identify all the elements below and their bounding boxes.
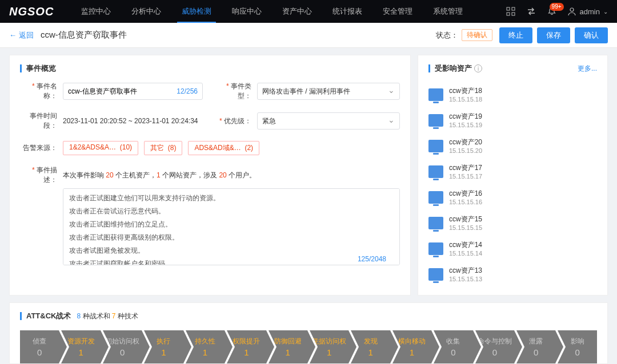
period-label: 事件时间段：	[20, 111, 57, 131]
nav-item-1[interactable]: 分析中心	[121, 0, 171, 23]
nav-item-4[interactable]: 资产中心	[272, 0, 322, 23]
source-tags: 1&2&ADS&A… (10)其它 (8)ADS&AD域&… (2)	[63, 141, 259, 155]
source-tag[interactable]: 1&2&ADS&A… (10)	[63, 141, 138, 155]
back-button[interactable]: ← 返回	[9, 30, 34, 41]
attck-step[interactable]: 影响0	[558, 330, 596, 363]
nav-right: 99+ admin ⌄	[506, 6, 608, 17]
attck-step[interactable]: 收集0	[434, 330, 472, 363]
desc-textarea[interactable]: 攻击者正试图建立他们可以用来支持行动的资源。攻击者正在尝试运行恶意代码。攻击者正…	[63, 188, 400, 265]
asset-ip: 15.15.15.17	[449, 173, 482, 180]
type-select[interactable]: 网络攻击事件 / 漏洞利用事件	[257, 83, 400, 100]
save-button[interactable]: 保存	[537, 27, 570, 43]
attck-step[interactable]: 发现1	[351, 330, 390, 363]
asset-ip: 15.15.15.14	[449, 250, 482, 257]
attck-subtitle: 8 种战术和 7 种技术	[77, 312, 138, 321]
asset-name: ccw资产18	[449, 86, 482, 96]
more-link[interactable]: 更多...	[578, 64, 597, 74]
monitor-icon	[428, 217, 443, 229]
page-title: ccw-信息资产窃取事件	[41, 30, 127, 41]
attck-step[interactable]: 侦查0	[20, 330, 59, 363]
name-input-field[interactable]	[68, 87, 177, 95]
step-count: 0	[451, 347, 455, 357]
attck-step[interactable]: 凭据访问权1	[310, 330, 348, 363]
step-name: 执行	[157, 337, 170, 346]
attck-step[interactable]: 初始访问权0	[103, 330, 142, 363]
step-name: 凭据访问权	[312, 337, 346, 346]
affected-assets-card: 受影响资产 i 更多... ccw资产1815.15.15.18ccw资产191…	[418, 55, 608, 296]
svg-rect-2	[507, 13, 510, 15]
card-accent	[20, 64, 22, 72]
svg-rect-3	[512, 13, 515, 15]
user-icon	[567, 7, 576, 16]
step-count: 0	[492, 347, 497, 357]
monitor-icon	[428, 191, 443, 204]
name-label: 事件名称：	[20, 82, 57, 101]
step-name: 横向移动	[398, 337, 426, 346]
attck-step[interactable]: 泄露0	[516, 330, 555, 363]
desc-counter: 125/2048	[358, 255, 386, 263]
attck-step[interactable]: 持久性1	[186, 330, 225, 363]
desc-summary: 本次事件影响 20 个主机资产，1 个网站资产，涉及 20 个用户。	[63, 171, 256, 180]
asset-item[interactable]: ccw资产1915.15.15.19	[428, 107, 597, 133]
step-count: 1	[368, 347, 372, 357]
attck-step[interactable]: 命令与控制0	[475, 330, 514, 363]
step-count: 1	[203, 347, 207, 357]
source-tag[interactable]: 其它 (8)	[144, 141, 182, 155]
event-overview-card: 事件概览 事件名称： 12/256 事件类型： 网络攻击事件 / 漏洞利用事件 …	[9, 55, 411, 296]
step-count: 1	[244, 347, 249, 357]
asset-item[interactable]: ccw资产1715.15.15.17	[428, 159, 597, 184]
card-accent	[20, 312, 22, 320]
desc-line: 攻击者正试图窃取帐户名和密码。	[69, 259, 394, 265]
asset-name: ccw资产20	[449, 137, 482, 147]
asset-item[interactable]: ccw资产1515.15.15.15	[428, 210, 597, 236]
step-count: 0	[37, 347, 42, 357]
priority-select[interactable]: 紧急	[257, 112, 400, 130]
asset-item[interactable]: ccw资产1415.15.15.14	[428, 236, 597, 261]
attck-step[interactable]: 执行1	[144, 330, 183, 363]
notif-badge: 99+	[550, 3, 564, 11]
source-tag[interactable]: ADS&AD域&… (2)	[188, 141, 259, 155]
asset-ip: 15.15.15.15	[449, 224, 482, 231]
attck-step[interactable]: 防御回避1	[269, 330, 307, 363]
status-badge: 待确认	[462, 29, 492, 41]
step-count: 0	[575, 347, 580, 357]
attck-step[interactable]: 横向移动1	[392, 330, 431, 363]
desc-label: 事件描述：	[20, 165, 57, 185]
asset-name: ccw资产14	[449, 240, 482, 250]
asset-item[interactable]: ccw资产1815.15.15.18	[428, 82, 597, 107]
attck-step[interactable]: 资源开发1	[61, 330, 100, 363]
nav-item-0[interactable]: 监控中心	[71, 0, 121, 23]
nav-item-7[interactable]: 系统管理	[423, 0, 473, 23]
user-menu[interactable]: admin ⌄	[567, 7, 608, 16]
step-name: 防御回避	[274, 337, 302, 346]
nav-item-3[interactable]: 响应中心	[222, 0, 272, 23]
asset-ip: 15.15.15.16	[449, 199, 482, 205]
nav-item-6[interactable]: 安全管理	[372, 0, 423, 23]
name-input[interactable]: 12/256	[63, 83, 203, 100]
stop-button[interactable]: 终止	[499, 27, 532, 43]
info-icon[interactable]: i	[474, 64, 482, 72]
nav-item-5[interactable]: 统计报表	[322, 0, 372, 23]
top-nav: NGSOC 监控中心分析中心威胁检测响应中心资产中心统计报表安全管理系统管理 9…	[0, 0, 617, 23]
asset-item[interactable]: ccw资产1315.15.15.13	[428, 261, 597, 287]
monitor-icon	[428, 268, 443, 281]
grid-icon[interactable]	[506, 6, 516, 17]
asset-list: ccw资产1815.15.15.18ccw资产1915.15.15.19ccw资…	[428, 82, 597, 287]
desc-line: 攻击者正在尝试运行恶意代码。	[69, 207, 394, 216]
desc-line: 攻击者正试图维持他们的立足点。	[69, 220, 394, 229]
asset-name: ccw资产16	[449, 189, 482, 199]
swap-icon[interactable]	[526, 6, 536, 17]
type-value: 网络攻击事件 / 漏洞利用事件	[262, 87, 350, 96]
asset-name: ccw资产15	[449, 215, 482, 224]
asset-item[interactable]: ccw资产1615.15.15.16	[428, 184, 597, 210]
asset-ip: 15.15.15.13	[449, 276, 482, 282]
type-label: 事件类型：	[214, 82, 251, 101]
step-name: 收集	[446, 337, 460, 346]
confirm-button[interactable]: 确认	[575, 27, 608, 43]
arrow-left-icon: ←	[9, 31, 17, 39]
asset-item[interactable]: ccw资产2015.15.15.20	[428, 133, 597, 159]
attck-step[interactable]: 权限提升1	[227, 330, 266, 363]
asset-ip: 15.15.15.20	[449, 147, 482, 154]
nav-item-2[interactable]: 威胁检测	[171, 0, 222, 23]
bell-icon[interactable]: 99+	[547, 6, 557, 17]
